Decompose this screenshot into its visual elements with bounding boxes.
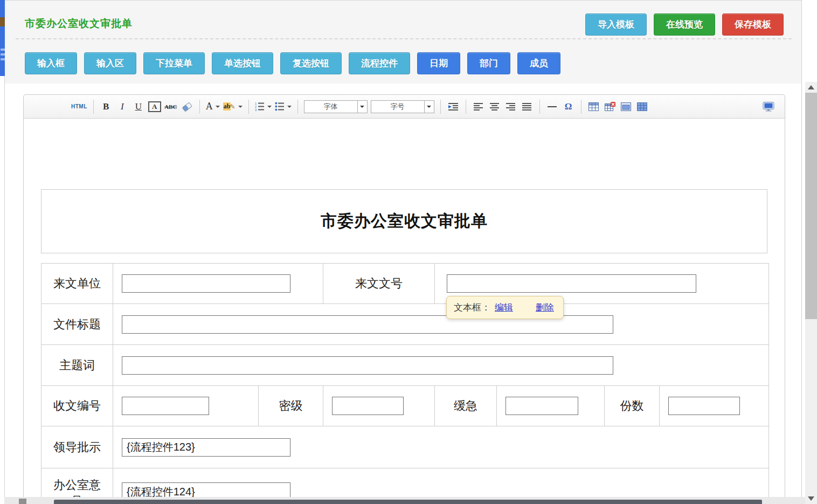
cell-properties-button[interactable] [636,100,649,114]
page-title: 市委办公室收文审批单 [25,17,133,31]
secrecy-level-input[interactable] [332,397,404,415]
editor-toolbar: HTML B I U A ABC A ab ✎ 1 [24,95,785,119]
form-title-block[interactable]: 市委办公室收文审批单 [41,189,767,253]
leader-instructions-label: 领导批示 [41,426,113,468]
highlight-color-button[interactable]: ab ✎ [223,100,243,114]
svg-text:3: 3 [255,108,257,111]
import-template-button[interactable]: 导入模板 [585,13,647,36]
toolbar-separator [440,100,441,114]
unordered-list-icon [275,102,285,111]
delete-table-icon [605,102,615,112]
pencil-icon: ✎ [230,103,235,111]
doc-title-label: 文件标题 [41,304,113,345]
add-input-box-button[interactable]: 输入框 [25,52,77,74]
urgency-input[interactable] [506,397,578,415]
leader-instructions-input[interactable] [122,438,290,457]
chevron-down-icon [238,106,243,108]
italic-button[interactable]: I [116,100,129,114]
secrecy-level-label: 密级 [259,386,323,426]
approval-form-table: 来文单位 来文文号 文件标题 主题词 收文编号 密级 缓急 份数 [41,263,769,504]
online-preview-button[interactable]: 在线预览 [654,13,715,36]
align-right-icon [506,102,516,111]
special-character-button[interactable]: Ω [562,100,575,114]
monitor-icon [763,102,774,112]
add-textarea-button[interactable]: 输入区 [84,52,136,74]
remove-format-eraser-button[interactable] [181,100,193,114]
add-department-button[interactable]: 部门 [467,52,510,74]
align-justify-button[interactable] [521,100,534,114]
align-center-button[interactable] [488,100,501,114]
scrollbar-thumb[interactable] [805,93,817,319]
table-row: 收文编号 密级 缓急 份数 [41,386,769,426]
align-left-button[interactable] [472,100,485,114]
bottom-strip [4,497,805,504]
eraser-icon [181,101,193,112]
add-checkbox-button[interactable]: 复选按钮 [280,52,342,74]
add-radio-button[interactable]: 单选按钮 [212,52,273,74]
bottom-strip-tab [19,499,26,504]
ordered-list-button[interactable]: 1 2 3 [255,100,272,114]
bottom-strip-shadow [54,500,762,504]
ordered-list-icon: 1 2 3 [255,102,265,111]
add-flow-control-button[interactable]: 流程控件 [349,52,410,74]
add-member-button[interactable]: 成员 [517,52,560,74]
font-color-button[interactable]: A [206,100,220,114]
urgency-label: 缓急 [435,386,497,426]
font-family-select[interactable]: 字体 [304,100,368,113]
vertical-scrollbar[interactable] [805,82,817,504]
font-color-glyph: A [206,101,213,112]
subject-words-input[interactable] [122,356,613,375]
strikethrough-button[interactable]: ABC [164,100,177,114]
template-actions: 导入模板 在线预览 保存模板 [585,13,784,36]
align-center-icon [490,102,500,111]
sidebar-icon-fragment [1,49,5,51]
horizontal-rule-button[interactable] [546,100,559,114]
bold-button[interactable]: B [100,100,113,114]
add-date-button[interactable]: 日期 [417,52,460,74]
sidebar-icon-fragment [1,53,5,56]
toolbar-separator [539,100,540,114]
font-family-dropdown-button[interactable] [357,101,367,113]
incoming-number-label: 来文文号 [323,264,435,304]
subject-words-label: 主题词 [41,345,113,386]
align-right-button[interactable] [504,100,517,114]
table-row: 领导批示 [41,426,769,468]
table-row: 主题词 [41,345,769,386]
dashed-divider [16,38,792,39]
toolbar-separator [297,100,298,114]
cell-properties-icon [637,102,647,111]
insert-table-button[interactable] [587,100,600,114]
font-size-value: 字号 [371,101,424,113]
copies-input[interactable] [668,397,740,415]
chevron-down-icon [360,106,364,108]
add-dropdown-button[interactable]: 下拉菜单 [143,52,205,74]
font-size-select[interactable]: 字号 [371,100,434,113]
indent-icon [448,102,459,111]
copies-label: 份数 [605,386,660,426]
editor-document[interactable]: 市委办公室收文审批单 来文单位 来文文号 文件标题 主题词 收文 [24,119,785,504]
table-properties-button[interactable] [620,100,633,114]
scroll-down-arrow-icon[interactable] [808,496,814,501]
save-template-button[interactable]: 保存模板 [722,13,784,36]
table-row: 文件标题 [41,304,769,345]
table-properties-icon [621,102,631,111]
delete-control-link[interactable]: 删除 [536,301,554,314]
indent-button[interactable] [447,100,460,114]
toolbar-separator [466,100,466,114]
font-family-value: 字体 [304,101,357,113]
incoming-unit-input[interactable] [122,274,290,293]
incoming-number-input[interactable] [447,274,696,293]
edit-control-link[interactable]: 编辑 [495,301,513,314]
toolbar-separator [581,100,581,114]
fullscreen-button[interactable] [762,100,775,114]
delete-table-button[interactable] [604,100,617,114]
table-icon [588,102,599,111]
chevron-down-icon [216,106,220,108]
font-size-dropdown-button[interactable] [424,101,434,113]
html-source-button[interactable]: HTML [71,100,87,114]
scroll-up-arrow-icon[interactable] [808,85,814,89]
unordered-list-button[interactable] [275,100,292,114]
receipt-number-input[interactable] [122,397,209,415]
text-border-button[interactable]: A [148,101,161,112]
underline-button[interactable]: U [132,100,145,114]
